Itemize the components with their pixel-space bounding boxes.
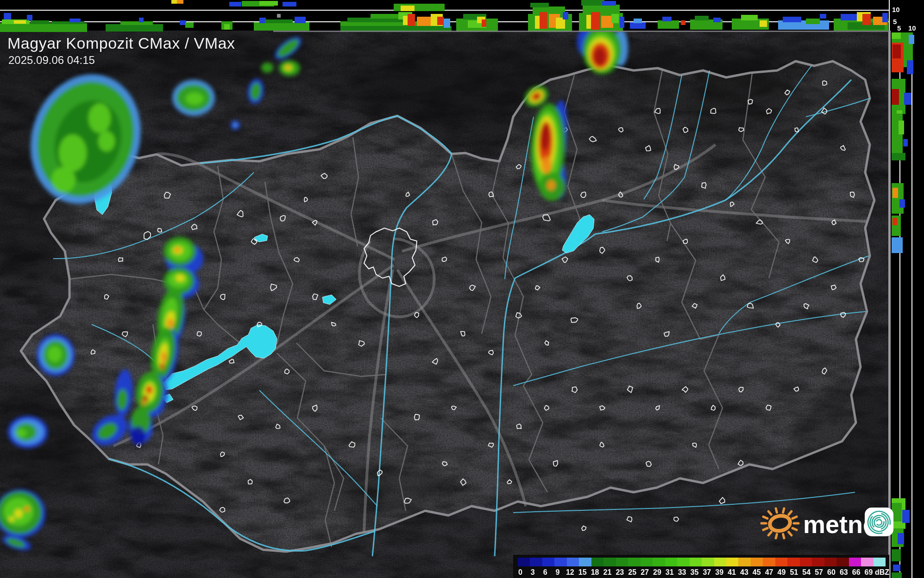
colorbar-swatch bbox=[616, 558, 628, 566]
colorbar-value: 21 bbox=[601, 568, 614, 578]
colorbar-swatch bbox=[836, 558, 849, 566]
top-profile-cell bbox=[171, 0, 177, 4]
right-profile-cell bbox=[892, 89, 899, 105]
right-profile-cell bbox=[903, 139, 908, 146]
top-profile-cell bbox=[482, 19, 486, 27]
top-profile-cell bbox=[4, 13, 11, 19]
colorbar-labels: 0369121518212325272931333537394143454749… bbox=[514, 568, 889, 578]
top-profile-cell bbox=[283, 2, 296, 6]
colorbar-value: 18 bbox=[589, 568, 601, 578]
top-profile-cell bbox=[177, 0, 183, 4]
top-profile-cell bbox=[295, 17, 306, 23]
colorbar-swatch bbox=[726, 558, 738, 566]
top-profile-cell bbox=[630, 22, 646, 29]
right-profile-cell bbox=[892, 572, 902, 578]
radar-echo bbox=[172, 80, 215, 116]
colorbar-value: 37 bbox=[701, 568, 713, 578]
colorbar-value: 66 bbox=[850, 568, 862, 578]
radar-composite-app: Magyar Kompozit CMax / VMax 2025.09.06 0… bbox=[0, 0, 924, 578]
top-profile-cell bbox=[658, 20, 679, 29]
top-profile-cell bbox=[583, 5, 620, 14]
colorbar-value: 45 bbox=[750, 568, 763, 578]
top-profile-cell bbox=[783, 17, 801, 22]
colorbar-swatch bbox=[591, 558, 603, 566]
right-strip-scale-5: 5 bbox=[897, 25, 901, 32]
right-profile-cell bbox=[899, 199, 905, 208]
colorbar-value: 69 bbox=[862, 568, 875, 578]
colorbar-value: 33 bbox=[676, 568, 688, 578]
colorbar-swatch bbox=[653, 558, 665, 566]
right-profile-cell bbox=[892, 183, 904, 214]
colorbar-swatch bbox=[567, 558, 579, 566]
colorbar-value: 23 bbox=[614, 568, 626, 578]
right-profile-cell bbox=[904, 93, 911, 105]
radar-echo bbox=[37, 334, 75, 376]
top-profile-cell bbox=[634, 19, 642, 23]
radar-echo bbox=[261, 63, 273, 73]
colorbar-value: 41 bbox=[726, 568, 738, 578]
colorbar-swatch bbox=[677, 558, 689, 566]
top-profile-cell bbox=[120, 21, 153, 25]
top-profile-cell bbox=[259, 18, 266, 23]
radar-echo bbox=[231, 121, 240, 130]
top-profile-cell bbox=[185, 22, 194, 28]
colorbar-swatch bbox=[714, 558, 726, 566]
colorbar-value: 9 bbox=[552, 568, 564, 578]
top-profile-cell bbox=[0, 23, 87, 32]
top-profile-cell bbox=[620, 17, 624, 28]
colorbar-swatch bbox=[861, 558, 873, 566]
radar-echo bbox=[8, 416, 48, 448]
right-profile-cell bbox=[898, 533, 904, 544]
right-profile-cell bbox=[892, 549, 901, 561]
colorbar-swatch bbox=[849, 558, 861, 566]
top-profile-cell bbox=[31, 20, 49, 24]
right-profile-cell bbox=[909, 35, 914, 44]
colorbar-value: 31 bbox=[663, 568, 676, 578]
colorbar-value: 51 bbox=[788, 568, 800, 578]
colorbar-swatch bbox=[787, 558, 799, 566]
colorbar-value: 63 bbox=[837, 568, 850, 578]
top-profile-cell bbox=[581, 0, 604, 6]
top-profile-cell bbox=[437, 17, 444, 25]
colorbar-swatch bbox=[874, 558, 886, 566]
top-profile-cell bbox=[741, 15, 758, 20]
top-profile-cell bbox=[106, 24, 163, 32]
radar-map-canvas bbox=[0, 0, 924, 578]
top-profile-cell bbox=[540, 12, 547, 29]
colorbar-unit: dBZ bbox=[875, 568, 889, 578]
colorbar-swatch bbox=[702, 558, 714, 566]
colorbar-swatch bbox=[738, 558, 750, 566]
colorbar-value: 35 bbox=[688, 568, 701, 578]
top-profile-cell bbox=[563, 12, 568, 19]
colorbar-value: 54 bbox=[800, 568, 813, 578]
colorbar-swatch bbox=[641, 558, 653, 566]
right-profile-cell bbox=[893, 44, 901, 58]
colorbar-swatch bbox=[763, 558, 775, 566]
right-profile-cell bbox=[893, 188, 898, 198]
colorbar-value: 12 bbox=[564, 568, 576, 578]
top-profile-cell bbox=[806, 19, 820, 24]
colorbar-swatch bbox=[690, 558, 702, 566]
top-profile-cell bbox=[681, 20, 685, 25]
top-profile-cell bbox=[27, 15, 32, 20]
top-profile-cell bbox=[408, 14, 415, 26]
reflectivity-colorbar: 0369121518212325272931333537394143454749… bbox=[513, 555, 889, 578]
top-profile-cell bbox=[14, 20, 26, 24]
top-profile-cell bbox=[180, 20, 186, 25]
metnet-logo: metnet bbox=[759, 503, 898, 543]
top-profile-cell bbox=[611, 14, 619, 23]
right-profile-cell bbox=[892, 32, 901, 39]
colorbar-value: 57 bbox=[813, 568, 825, 578]
top-profile-cell bbox=[229, 2, 241, 6]
colorbar-swatch bbox=[603, 558, 616, 566]
top-profile-cell bbox=[602, 1, 616, 6]
right-profile-cell bbox=[902, 510, 910, 523]
top-profile-cell bbox=[841, 14, 859, 20]
colorbar-value: 29 bbox=[651, 568, 663, 578]
top-profile-cell bbox=[591, 12, 600, 30]
right-profile-cell bbox=[907, 60, 913, 74]
top-profile-cell bbox=[713, 18, 721, 22]
colorbar-swatch bbox=[665, 558, 677, 566]
top-profile-cell bbox=[254, 22, 309, 31]
colorbar-swatches bbox=[518, 558, 886, 566]
